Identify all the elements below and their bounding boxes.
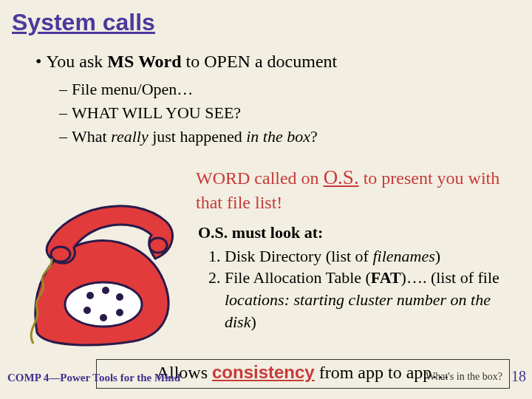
bullet-dot: • <box>35 52 41 71</box>
svg-point-6 <box>116 309 123 316</box>
i2-tail: ) <box>250 313 256 331</box>
i2-lead: File Allocation Table ( <box>225 268 371 287</box>
bullet-main: •You ask MS Word to OPEN a document <box>35 52 337 72</box>
svg-point-1 <box>86 292 94 299</box>
dash-icon: – <box>59 103 67 122</box>
footer-right: What's in the box? <box>426 371 502 383</box>
svg-point-2 <box>102 287 109 294</box>
sub1-text: File menu/Open… <box>72 80 193 98</box>
lookat-block: O.S. must look at: Disk Directory (list … <box>198 222 516 332</box>
i1-lead: Disk Directory (list of <box>225 247 372 265</box>
footer-left: COMP 4—Power Tools for the Mind <box>7 372 180 384</box>
phone-image <box>22 177 185 347</box>
i1-tail: ) <box>435 247 440 265</box>
bullet-strong: MS Word <box>107 52 181 71</box>
bullet-tail: to OPEN a document <box>182 52 338 71</box>
i1-em: filenames <box>372 247 434 265</box>
i2-mid: )…. (list of file <box>401 268 499 287</box>
dash-icon: – <box>59 127 67 146</box>
sub3-em2: in the box <box>246 127 310 146</box>
svg-point-3 <box>116 293 123 301</box>
sub-bullet-1: –File menu/Open… <box>59 80 193 99</box>
wordcall-os: O.S. <box>324 166 359 188</box>
svg-point-8 <box>149 238 167 253</box>
wordcall-lead: WORD called on <box>196 168 324 188</box>
list-item: File Allocation Table (FAT)…. (list of f… <box>225 267 516 332</box>
i2-em: locations: starting cluster number on th… <box>225 290 491 331</box>
dash-icon: – <box>59 80 67 98</box>
bullet-lead: You ask <box>46 52 107 71</box>
sub3-lead: What <box>72 127 111 146</box>
svg-point-7 <box>51 247 70 262</box>
svg-point-4 <box>83 307 91 314</box>
cons-keyword: consistency <box>212 362 315 382</box>
svg-point-5 <box>100 314 107 321</box>
sub3-mid: just happened <box>149 127 247 146</box>
sub3-tail: ? <box>310 127 318 146</box>
page-title: System calls <box>12 9 155 36</box>
list-item: Disk Directory (list of filenames) <box>225 245 516 267</box>
sub-bullet-2: –WHAT WILL YOU SEE? <box>59 103 241 123</box>
page-number: 18 <box>511 368 526 385</box>
sub-bullet-3: –What really just happened in the box? <box>59 127 318 146</box>
sub2-text: WHAT WILL YOU SEE? <box>72 103 241 122</box>
word-call-text: WORD called on O.S. to present you with … <box>196 164 506 215</box>
sub3-em1: really <box>111 127 149 146</box>
lookat-list: Disk Directory (list of filenames) File … <box>225 245 516 333</box>
lookat-header: O.S. must look at: <box>198 222 516 244</box>
i2-strong: FAT <box>371 268 401 287</box>
